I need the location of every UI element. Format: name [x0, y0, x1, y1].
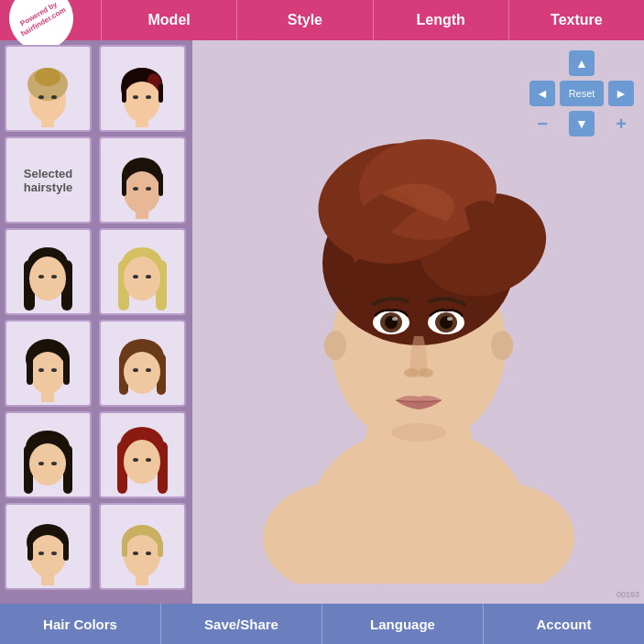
controls-grid: ▲ ◄ Reset ► − ▼ +	[529, 49, 635, 137]
svg-point-95	[491, 331, 513, 360]
svg-rect-12	[122, 84, 126, 103]
svg-point-4	[38, 95, 44, 99]
svg-point-105	[419, 368, 433, 377]
hairstyle-thumb-9[interactable]	[99, 411, 186, 498]
zoom-in-button[interactable]: +	[608, 111, 634, 136]
move-left-button[interactable]: ◄	[529, 81, 555, 106]
svg-point-37	[146, 275, 151, 278]
tab-style[interactable]: Style	[236, 0, 372, 40]
svg-point-83	[146, 551, 151, 555]
svg-point-19	[124, 171, 160, 212]
svg-point-75	[51, 551, 57, 555]
svg-point-41	[29, 352, 66, 392]
svg-rect-73	[63, 540, 69, 561]
svg-point-66	[133, 458, 138, 462]
svg-point-82	[133, 551, 138, 555]
hairstyle-thumb-6[interactable]	[5, 320, 92, 407]
svg-point-36	[133, 275, 138, 278]
controls-overlay: ▲ ◄ Reset ► − ▼ +	[529, 49, 635, 137]
logo-area: Powered by hairfinder.com	[0, 0, 101, 40]
svg-point-35	[124, 257, 160, 300]
svg-point-11	[124, 82, 160, 118]
bottom-nav-language[interactable]: Language	[322, 604, 484, 644]
hairstyle-thumb-7[interactable]	[99, 320, 186, 407]
svg-point-52	[146, 368, 151, 372]
sidebar: Selected hairstyle	[0, 40, 192, 604]
svg-point-29	[38, 275, 44, 278]
svg-point-99	[392, 317, 398, 321]
hairstyle-thumb-11[interactable]	[99, 503, 186, 590]
svg-rect-20	[122, 173, 126, 196]
move-down-button[interactable]: ▼	[569, 111, 595, 136]
svg-point-23	[146, 187, 151, 191]
reset-button[interactable]: Reset	[560, 81, 604, 106]
svg-point-45	[51, 368, 57, 372]
svg-point-5	[51, 95, 57, 99]
main-content: ▲ ◄ Reset ► − ▼ + 00193	[192, 40, 644, 604]
svg-rect-72	[27, 540, 33, 561]
bottom-nav: Hair Colors Save/Share Language Account	[0, 604, 644, 644]
hairstyle-thumb-2[interactable]	[99, 45, 186, 132]
zoom-out-button[interactable]: −	[529, 111, 555, 136]
svg-point-79	[124, 535, 160, 575]
model-portrait-svg	[263, 61, 574, 584]
top-nav-items: Model Style Length Texture	[101, 0, 644, 40]
selected-label-text: Selected hairstyle	[6, 167, 90, 194]
top-nav: Powered by hairfinder.com Model Style Le…	[0, 0, 644, 40]
svg-point-106	[391, 423, 446, 442]
watermark: 00193	[617, 590, 639, 599]
svg-point-60	[51, 462, 57, 465]
svg-point-65	[124, 440, 160, 484]
move-up-button[interactable]: ▲	[569, 50, 595, 76]
svg-point-50	[124, 352, 160, 392]
hairstyle-thumb-1[interactable]	[5, 45, 92, 132]
svg-rect-13	[158, 84, 163, 103]
hairstyle-thumb-4[interactable]	[5, 228, 92, 315]
bottom-nav-account[interactable]: Account	[484, 604, 644, 644]
svg-point-94	[324, 331, 346, 360]
move-right-button[interactable]: ►	[608, 81, 634, 106]
svg-rect-80	[122, 540, 127, 557]
svg-rect-1	[41, 117, 54, 127]
hairstyle-thumb-8[interactable]	[5, 411, 92, 498]
svg-point-103	[447, 317, 453, 321]
svg-point-71	[29, 535, 66, 575]
bottom-nav-hair-colors[interactable]: Hair Colors	[0, 604, 161, 644]
bottom-nav-save-share[interactable]: Save/Share	[161, 604, 322, 644]
hairstyle-thumb-10[interactable]	[5, 503, 92, 590]
svg-rect-42	[27, 357, 33, 385]
svg-point-30	[51, 275, 57, 278]
svg-point-14	[133, 95, 138, 99]
svg-point-104	[404, 368, 419, 377]
tab-length[interactable]: Length	[373, 0, 508, 40]
svg-point-22	[133, 187, 138, 191]
svg-point-3	[35, 68, 60, 86]
svg-point-59	[38, 462, 44, 465]
svg-rect-21	[158, 173, 163, 196]
hairstyle-thumb-5[interactable]	[99, 228, 186, 315]
svg-point-15	[146, 95, 151, 99]
svg-rect-43	[63, 357, 70, 385]
svg-rect-81	[158, 540, 163, 557]
tab-model[interactable]: Model	[101, 0, 236, 40]
hairstyle-selected-placeholder[interactable]: Selected hairstyle	[5, 136, 92, 224]
hairstyle-thumb-3[interactable]	[99, 136, 186, 224]
main-layout: Selected hairstyle	[0, 40, 644, 604]
svg-point-67	[146, 458, 151, 462]
svg-point-58	[29, 443, 66, 484]
svg-point-44	[38, 368, 44, 372]
svg-point-28	[29, 257, 66, 300]
svg-point-51	[133, 368, 138, 372]
tab-texture[interactable]: Texture	[508, 0, 644, 40]
svg-rect-7	[136, 117, 148, 127]
svg-point-74	[38, 551, 44, 555]
